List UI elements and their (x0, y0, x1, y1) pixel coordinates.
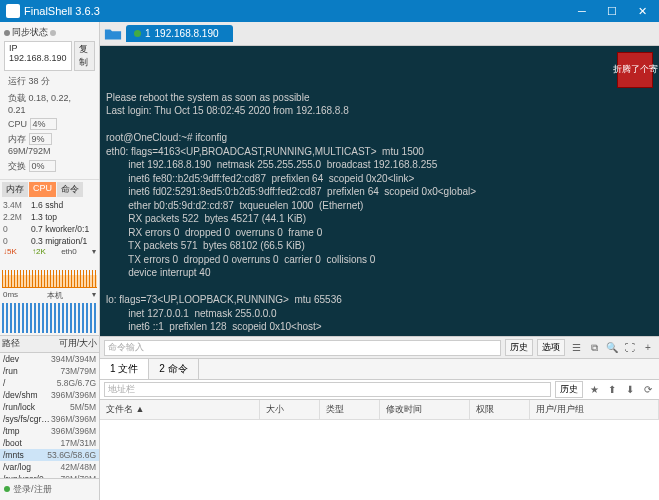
chevron-down-icon[interactable]: ▾ (92, 247, 96, 256)
sidebar: 同步状态 IP 192.168.8.190 复制 运行 38 分 负载 0.18… (0, 22, 100, 500)
fs-row[interactable]: /run73M/79M (0, 365, 99, 377)
net-up: 2K (36, 247, 46, 256)
history-button[interactable]: 历史 (505, 339, 533, 356)
fs-size-header[interactable]: 可用/大小 (59, 338, 97, 350)
tab-ip: 192.168.8.190 (155, 28, 219, 39)
fs-row[interactable]: /run/lock5M/5M (0, 401, 99, 413)
tab-index: 1 (145, 28, 151, 39)
address-input[interactable]: 地址栏 (104, 382, 551, 397)
terminal[interactable]: 折腾了个寄 Please reboot the system as soon a… (100, 46, 659, 336)
fs-row[interactable]: /5.8G/6.7G (0, 377, 99, 389)
network-chart (2, 258, 97, 288)
watermark-seal: 折腾了个寄 (617, 52, 653, 88)
fs-row[interactable]: /dev394M/394M (0, 353, 99, 365)
sync-indicator (50, 30, 56, 36)
cpu-label: CPU (8, 119, 27, 129)
login-link[interactable]: 登录/注册 (0, 478, 99, 500)
refresh-icon[interactable]: ⟳ (641, 383, 655, 397)
path-history-button[interactable]: 历史 (555, 381, 583, 398)
net-down: 5K (7, 247, 17, 256)
folder-icon[interactable] (104, 26, 122, 42)
chevron-down-icon[interactable]: ▾ (92, 290, 96, 301)
minimize-button[interactable]: ─ (567, 0, 597, 22)
process-row[interactable]: 00.3 migration/1 (0, 235, 99, 247)
uptime-value: 38 分 (29, 76, 51, 86)
path-bar: 地址栏 历史 ★ ⬆ ⬇ ⟳ (100, 380, 659, 400)
maximize-button[interactable]: ☐ (597, 0, 627, 22)
expand-icon[interactable]: ⛶ (623, 341, 637, 355)
download-icon[interactable]: ⬇ (623, 383, 637, 397)
fs-row[interactable]: /var/log42M/48M (0, 461, 99, 473)
col-type[interactable]: 类型 (320, 400, 380, 419)
titlebar: FinalShell 3.6.3 ─ ☐ ✕ (0, 0, 659, 22)
disk-chart (2, 303, 97, 333)
mem-tab[interactable]: 内存 (2, 182, 28, 197)
fs-row[interactable]: /boot17M/31M (0, 437, 99, 449)
fs-row[interactable]: /mnts53.6G/58.6G (0, 449, 99, 461)
host-tab[interactable]: IP 192.168.8.190 (4, 41, 72, 71)
process-row[interactable]: 2.2M1.3 top (0, 211, 99, 223)
file-list: 文件名 ▲ 大小 类型 修改时间 权限 用户/用户组 (100, 400, 659, 500)
fs-row[interactable]: /tmp396M/396M (0, 425, 99, 437)
process-row[interactable]: 00.7 kworker/0:1 (0, 223, 99, 235)
col-perm[interactable]: 权限 (470, 400, 530, 419)
app-icon (6, 4, 20, 18)
file-tabbar: 1 文件 2 命令 (100, 358, 659, 380)
sync-status-dot (4, 30, 10, 36)
bookmark-icon[interactable]: ★ (587, 383, 601, 397)
col-name[interactable]: 文件名 ▲ (100, 400, 260, 419)
col-size[interactable]: 大小 (260, 400, 320, 419)
status-circle-icon (134, 30, 141, 37)
col-user[interactable]: 用户/用户组 (530, 400, 659, 419)
options-button[interactable]: 选项 (537, 339, 565, 356)
file-tab[interactable]: 1 文件 (100, 359, 149, 379)
process-list: 3.4M1.6 sshd2.2M1.3 top00.7 kworker/0:10… (0, 199, 99, 247)
sync-label: 同步状态 (12, 26, 48, 39)
fs-row[interactable]: /sys/fs/cgroup396M/396M (0, 413, 99, 425)
disk-latency: 0ms (3, 290, 18, 301)
process-row[interactable]: 3.4M1.6 sshd (0, 199, 99, 211)
search-icon[interactable]: 🔍 (605, 341, 619, 355)
session-tabbar: 1 192.168.8.190 (100, 22, 659, 46)
cpu-tab[interactable]: CPU (29, 182, 56, 197)
load-label: 负载 (8, 93, 26, 103)
mem-pct: 9% (29, 133, 52, 145)
swap-label: 交换 (8, 161, 26, 171)
cmd-tab[interactable]: 命令 (57, 182, 83, 197)
mem-label: 内存 (8, 134, 26, 144)
close-button[interactable]: ✕ (627, 0, 657, 22)
copy-tab[interactable]: 复制 (74, 41, 95, 71)
net-interface[interactable]: eth0 (61, 247, 77, 256)
filesystem-table: 路径可用/大小 /dev394M/394M/run73M/79M/5.8G/6.… (0, 335, 99, 478)
upload-icon[interactable]: ⬆ (605, 383, 619, 397)
copy-icon[interactable]: ⧉ (587, 341, 601, 355)
command-input[interactable]: 命令输入 (104, 340, 501, 356)
cpu-value: 4% (30, 118, 57, 130)
window-title: FinalShell 3.6.3 (24, 5, 567, 17)
command-bar: 命令输入 历史 选项 ☰ ⧉ 🔍 ⛶ + (100, 336, 659, 358)
swap-value: 0% (29, 160, 56, 172)
mem-value: 69M/792M (8, 146, 51, 156)
disk-host[interactable]: 本机 (47, 290, 63, 301)
session-tab[interactable]: 1 192.168.8.190 (126, 25, 233, 42)
fs-row[interactable]: /dev/shm396M/396M (0, 389, 99, 401)
fs-path-header[interactable]: 路径 (2, 338, 59, 350)
command-tab[interactable]: 2 命令 (149, 359, 198, 379)
plus-icon[interactable]: + (641, 341, 655, 355)
col-date[interactable]: 修改时间 (380, 400, 470, 419)
uptime-label: 运行 (8, 76, 26, 86)
list-icon[interactable]: ☰ (569, 341, 583, 355)
